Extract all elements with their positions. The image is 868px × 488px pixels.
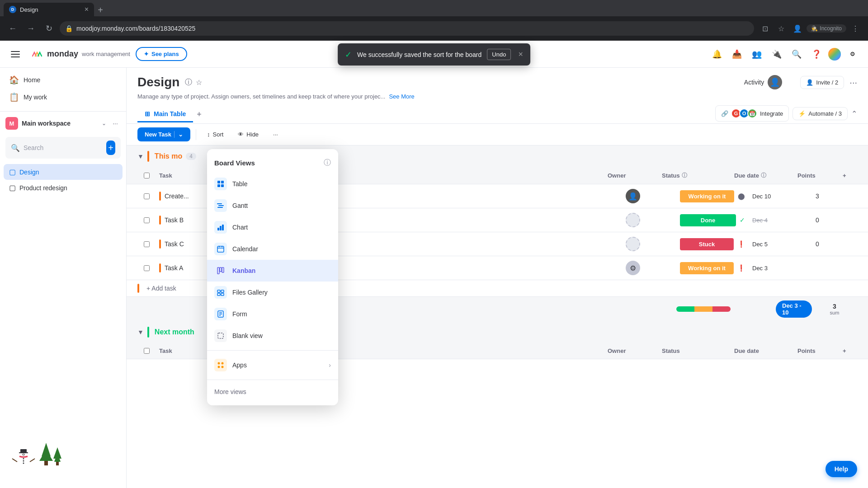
menu-item-table[interactable]: Table xyxy=(207,173,338,195)
board-more-options-button[interactable]: ··· xyxy=(849,77,857,88)
menu-item-blank-view[interactable]: Blank view xyxy=(207,325,338,347)
row-1-owner[interactable]: 👤 xyxy=(622,184,676,208)
reload-button[interactable]: ↻ xyxy=(42,21,56,36)
address-bar[interactable]: 🔒 moodjoy.monday.com/boards/1830420525 xyxy=(60,21,754,36)
apps-button[interactable]: 🔌 xyxy=(769,46,785,62)
next-th-checkbox[interactable] xyxy=(137,343,156,358)
svg-point-14 xyxy=(8,469,66,479)
group-toggle-this-month[interactable]: ▼ xyxy=(137,153,144,160)
add-tab-button[interactable]: + xyxy=(193,106,205,123)
row-2-owner[interactable] xyxy=(622,208,676,232)
row-2-due-date[interactable]: Dec 4 xyxy=(749,212,812,228)
activity-button[interactable]: Activity 👤 xyxy=(744,75,782,89)
menu-item-kanban[interactable]: Kanban xyxy=(207,260,338,282)
next-select-all-checkbox[interactable] xyxy=(144,348,150,354)
back-button[interactable]: ← xyxy=(5,21,20,36)
row-3-due-date[interactable]: Dec 5 xyxy=(749,236,812,252)
hide-button[interactable]: 👁 Hide xyxy=(232,128,264,141)
profile-button[interactable]: 👤 xyxy=(790,21,805,36)
sidebar-item-product-redesign[interactable]: ▢ Product redesign xyxy=(4,180,123,196)
search-input[interactable] xyxy=(24,144,103,151)
toast-undo-button[interactable]: Undo xyxy=(487,49,511,60)
hamburger-button[interactable] xyxy=(7,46,24,62)
help-button[interactable]: ❓ xyxy=(808,46,825,62)
table-tab-icon: ⊞ xyxy=(145,110,150,117)
toast-close-button[interactable]: × xyxy=(518,50,523,59)
th-add[interactable]: + xyxy=(839,168,857,183)
add-board-button[interactable]: + xyxy=(106,141,115,155)
sidebar-item-home[interactable]: 🏠 Home xyxy=(4,71,123,89)
row-2-status[interactable]: Done ✓ xyxy=(676,210,749,231)
menu-item-calendar[interactable]: Calendar xyxy=(207,238,338,260)
next-th-owner: Owner xyxy=(604,343,658,359)
th-due-date: Due date ⓘ xyxy=(731,167,794,184)
row-4-due-date[interactable]: Dec 3 xyxy=(749,260,812,276)
th-checkbox[interactable] xyxy=(137,168,156,183)
row-2-checkbox[interactable] xyxy=(144,217,150,223)
row-3-owner[interactable] xyxy=(622,232,676,256)
collapse-button[interactable]: ⌃ xyxy=(851,109,857,118)
more-views-button[interactable]: More views xyxy=(207,384,338,400)
see-plans-button[interactable]: ✦ See plans xyxy=(136,47,187,61)
select-all-checkbox[interactable] xyxy=(144,173,150,178)
tab-main-table[interactable]: ⊞ Main Table xyxy=(137,107,193,122)
menu-item-form[interactable]: Form xyxy=(207,303,338,325)
svg-marker-9 xyxy=(39,450,53,461)
new-tab-button[interactable]: + xyxy=(94,4,107,16)
row-3-points[interactable]: 0 xyxy=(812,236,857,252)
rainbow-icon[interactable] xyxy=(828,48,841,61)
help-button[interactable]: Help xyxy=(826,461,857,477)
bookmark-button[interactable]: ☆ xyxy=(774,21,788,36)
new-task-button[interactable]: New Task ⌄ xyxy=(137,127,190,141)
sidebar-item-design[interactable]: ▢ Design xyxy=(4,164,123,180)
row-3-status[interactable]: Stuck ❗ xyxy=(676,234,749,255)
cast-button[interactable]: ⊡ xyxy=(758,21,772,36)
form-view-icon xyxy=(214,308,227,320)
board-favorite-button[interactable]: ☆ xyxy=(196,78,202,87)
menu-info-button[interactable]: ⓘ xyxy=(324,158,331,168)
row-2-points[interactable]: 0 xyxy=(812,212,857,228)
row-4-points[interactable] xyxy=(812,263,857,272)
menu-button[interactable]: ⋮ xyxy=(848,21,863,36)
sidebar-item-my-work[interactable]: 📋 My work xyxy=(4,89,123,106)
board-icon-design: ▢ xyxy=(9,168,16,176)
search-button[interactable]: 🔍 xyxy=(788,46,805,62)
board-info-button[interactable]: ⓘ xyxy=(185,78,192,87)
svg-rect-2 xyxy=(11,56,20,57)
row-4-checkbox[interactable] xyxy=(144,265,150,271)
row-1-checkbox[interactable] xyxy=(144,193,150,199)
row-checkbox-4[interactable] xyxy=(137,261,156,276)
row-3-checkbox[interactable] xyxy=(144,241,150,247)
automate-button[interactable]: ⚡ Automate / 3 xyxy=(793,107,848,120)
active-tab[interactable]: D Design × xyxy=(4,3,94,16)
menu-item-chart[interactable]: Chart xyxy=(207,216,338,238)
row-4-owner[interactable]: ⚙ xyxy=(622,256,676,280)
row-1-status[interactable]: Working on it ⬤ xyxy=(676,186,749,207)
forward-button[interactable]: → xyxy=(24,21,38,36)
menu-item-files-gallery[interactable]: Files Gallery xyxy=(207,282,338,303)
notifications-button[interactable]: 🔔 xyxy=(709,46,725,62)
row-1-points-value: 3 xyxy=(816,192,819,200)
hide-label: Hide xyxy=(246,131,259,138)
inbox-button[interactable]: 📥 xyxy=(729,46,745,62)
invite-button[interactable]: 👥 xyxy=(749,46,765,62)
row-checkbox-2[interactable] xyxy=(137,213,156,228)
row-1-points[interactable]: 3 xyxy=(812,188,857,204)
row-4-status[interactable]: Working on it ❗ xyxy=(676,258,749,279)
next-th-add[interactable]: + xyxy=(839,343,857,359)
more-toolbar-button[interactable]: ··· xyxy=(268,128,283,141)
workspace-more-button[interactable]: ··· xyxy=(110,118,121,129)
next-group-toggle[interactable]: ▼ xyxy=(137,328,144,336)
sort-button[interactable]: ↕ Sort xyxy=(202,128,229,141)
row-checkbox-3[interactable] xyxy=(137,237,156,252)
integrate-button[interactable]: 🔗 G O 📅 Integrate xyxy=(715,105,789,122)
tab-close-button[interactable]: × xyxy=(85,6,89,13)
row-1-due-date[interactable]: Dec 10 xyxy=(749,188,812,204)
menu-item-apps[interactable]: Apps › xyxy=(207,354,338,376)
see-more-link[interactable]: See More xyxy=(389,93,414,100)
menu-item-gantt[interactable]: Gantt xyxy=(207,195,338,216)
invite-button[interactable]: 👤 Invite / 2 xyxy=(800,76,844,89)
row-checkbox-1[interactable] xyxy=(137,189,156,204)
settings-button[interactable]: ⚙ xyxy=(844,46,861,62)
workspace-header[interactable]: M Main workspace ⌄ ··· xyxy=(0,113,126,133)
